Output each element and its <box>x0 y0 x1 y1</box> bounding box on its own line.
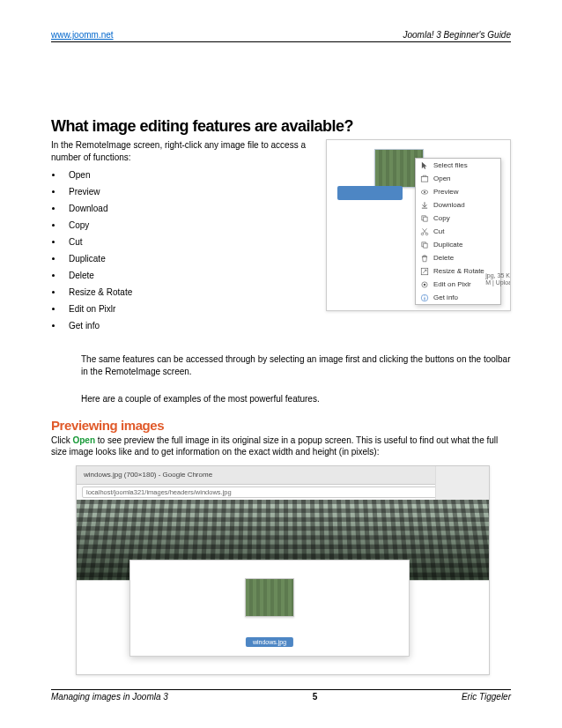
menu-item-cut[interactable]: Cut <box>416 225 500 238</box>
site-link[interactable]: www.joomm.net <box>51 30 114 40</box>
list-item: Cut <box>63 237 315 247</box>
svg-rect-8 <box>424 243 427 248</box>
menu-item-select[interactable]: Select files <box>416 159 500 172</box>
cursor-icon <box>420 161 429 170</box>
url-field[interactable]: localhost/joomla321/images/headers/windo… <box>82 487 484 498</box>
menu-label: Delete <box>433 254 454 262</box>
svg-rect-0 <box>421 176 428 182</box>
cut-icon <box>420 227 429 236</box>
preview-popup: windows.jpg <box>129 560 410 657</box>
open-icon <box>420 175 429 183</box>
menu-item-download[interactable]: Download <box>416 198 500 212</box>
menu-label: Copy <box>433 214 450 222</box>
menu-item-preview[interactable]: Preview <box>416 185 500 198</box>
intro-text: In the RemoteImage screen, right-click a… <box>51 139 315 163</box>
menu-item-duplicate[interactable]: Duplicate <box>416 238 500 251</box>
download-icon <box>420 201 429 210</box>
trash-icon <box>420 254 429 263</box>
followup-paragraph-2: Here are a couple of examples of the mos… <box>81 393 511 405</box>
two-column-layout: In the RemoteImage screen, right-click a… <box>51 139 511 338</box>
svg-point-11 <box>424 283 426 286</box>
window-title: windows.jpg (700×180) - Google Chrome <box>84 471 459 479</box>
eye-icon <box>420 188 429 197</box>
menu-label: Preview <box>433 188 458 196</box>
menu-label: Duplicate <box>433 241 462 249</box>
menu-label: Select files <box>433 161 468 169</box>
menu-label: Download <box>433 201 465 209</box>
list-item: Copy <box>63 220 315 230</box>
menu-item-copy[interactable]: Copy <box>416 212 500 225</box>
menu-label: Resize & Rotate <box>433 267 484 275</box>
preview-paragraph: Click Open to see preview the full image… <box>51 435 511 458</box>
preview-screenshot: admin windows.jpg (700×180) - Google Chr… <box>76 465 490 675</box>
list-item: Edit on Pixlr <box>63 304 315 314</box>
menu-label: Edit on Pixlr <box>433 280 471 288</box>
page: www.joomm.net Joomla! 3 Beginner's Guide… <box>0 0 562 728</box>
menu-item-delete[interactable]: Delete <box>416 251 500 264</box>
copy-icon <box>420 214 429 223</box>
menu-item-getinfo[interactable]: Get info <box>416 291 500 304</box>
followup-paragraph-1: The same features can be accessed throug… <box>81 353 511 377</box>
list-item: Resize & Rotate <box>63 287 315 297</box>
list-item: Preview <box>63 187 315 197</box>
menu-label: Get info <box>433 293 458 301</box>
menu-label: Cut <box>433 227 444 235</box>
list-item: Duplicate <box>63 254 315 264</box>
list-item: Download <box>63 204 315 213</box>
svg-point-2 <box>424 191 425 193</box>
page-header: www.joomm.net Joomla! 3 Beginner's Guide <box>51 30 511 42</box>
page-number: 5 <box>313 692 318 702</box>
chrome-titlebar: windows.jpg (700×180) - Google Chrome × <box>77 466 489 485</box>
footer-author: Eric Tiggeler <box>462 692 511 702</box>
svg-rect-4 <box>424 217 427 221</box>
resize-icon <box>420 267 429 276</box>
open-keyword: Open <box>72 435 95 445</box>
side-info: jpg, 35 KB M | Upload <box>485 272 511 287</box>
guide-title: Joomla! 3 Beginner's Guide <box>403 30 511 40</box>
list-item: Get info <box>63 321 315 331</box>
popup-thumbnail <box>245 578 294 617</box>
section-heading: What image editing features are availabl… <box>51 117 511 136</box>
feature-list: Open Preview Download Copy Cut Duplicate… <box>63 170 315 331</box>
thumbnail-caption <box>337 186 403 200</box>
menu-label: Open <box>433 175 451 182</box>
duplicate-icon <box>420 241 429 249</box>
page-footer: Managing images in Joomla 3 5 Eric Tigge… <box>51 689 511 702</box>
subsection-heading: Previewing images <box>51 418 511 433</box>
pixlr-icon <box>420 280 429 289</box>
menu-item-open[interactable]: Open <box>416 172 500 185</box>
context-menu-screenshot: Select files Open Preview Download <box>326 139 511 311</box>
list-item: Delete <box>63 271 315 280</box>
info-icon <box>420 293 429 302</box>
list-item: Open <box>63 170 315 180</box>
footer-left: Managing images in Joomla 3 <box>51 692 168 702</box>
popup-filename-label: windows.jpg <box>246 637 293 647</box>
